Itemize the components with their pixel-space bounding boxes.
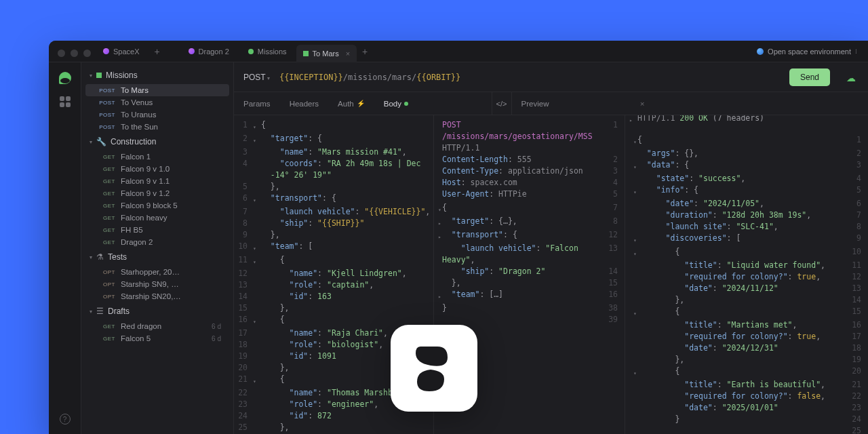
add-tab-button[interactable]: + — [357, 46, 373, 57]
fold-icon[interactable]: ▾ — [629, 306, 637, 319]
fold-icon[interactable]: ▾ — [629, 233, 637, 246]
fold-icon[interactable] — [629, 402, 637, 414]
fold-icon[interactable] — [629, 425, 637, 434]
tab-auth[interactable]: Auth⚡ — [328, 92, 374, 115]
sidebar-item[interactable]: OPTStarhopper, 20… — [85, 266, 229, 278]
fold-icon[interactable] — [253, 302, 261, 314]
fold-icon[interactable]: ▸ — [434, 229, 442, 243]
fold-icon[interactable] — [434, 142, 442, 154]
fold-icon[interactable] — [434, 314, 442, 326]
sidebar-item[interactable]: OPTStarship SN9, … — [85, 278, 229, 290]
fold-icon[interactable]: ▾ — [629, 246, 637, 260]
fold-icon[interactable] — [629, 354, 637, 366]
fold-icon[interactable] — [629, 342, 637, 354]
file-tab[interactable]: To Mars× — [296, 45, 357, 62]
fold-icon[interactable] — [253, 279, 261, 291]
fold-icon[interactable] — [629, 198, 637, 210]
environment-selector[interactable]: Open space environment ⁞ — [757, 47, 857, 56]
fold-icon[interactable] — [434, 131, 442, 142]
fold-icon[interactable] — [434, 165, 442, 177]
help-icon[interactable]: ? — [60, 414, 71, 425]
fold-icon[interactable] — [629, 283, 637, 294]
fold-icon[interactable] — [253, 387, 261, 399]
project-tab[interactable]: SpaceX — [103, 41, 149, 62]
fold-icon[interactable]: ▸ — [629, 115, 637, 126]
close-icon[interactable]: × — [346, 50, 350, 58]
fold-icon[interactable]: ▾ — [253, 314, 261, 328]
fold-icon[interactable] — [253, 362, 261, 374]
fold-icon[interactable] — [253, 158, 261, 170]
fold-icon[interactable] — [434, 154, 442, 165]
fold-icon[interactable]: ▾ — [434, 202, 442, 216]
sidebar-group-header[interactable]: ▾🔧Construction — [81, 133, 233, 151]
sidebar-item[interactable]: GETFalcon 9 v 1.0 — [85, 163, 229, 175]
fold-icon[interactable] — [629, 260, 637, 271]
fold-icon[interactable] — [629, 271, 637, 283]
fold-icon[interactable]: ▾ — [253, 133, 261, 146]
tab-params[interactable]: Params — [234, 92, 280, 115]
fold-icon[interactable] — [253, 399, 261, 410]
url-input[interactable]: {{INCEPTION}}/missions/mars/{{ORBIT}} — [279, 73, 460, 82]
fold-icon[interactable]: ▸ — [434, 289, 442, 302]
fold-icon[interactable]: ▾ — [629, 366, 637, 379]
sidebar-item[interactable]: GETFalcon 1 — [85, 151, 229, 163]
sidebar-item[interactable]: POSTTo Uranus — [85, 108, 229, 121]
fold-icon[interactable]: ▾ — [253, 374, 261, 387]
sidebar-item[interactable]: POSTTo Venus — [85, 96, 229, 108]
sidebar-item[interactable]: GETFH B5 — [85, 224, 229, 236]
sidebar-item[interactable]: GETFalcon 9 v 1.2 — [85, 187, 229, 199]
fold-icon[interactable] — [629, 319, 637, 331]
fold-icon[interactable] — [253, 229, 261, 241]
file-tab[interactable]: Dragon 2 — [179, 41, 239, 62]
fold-icon[interactable] — [434, 254, 442, 266]
fold-icon[interactable] — [434, 277, 442, 289]
tab-body[interactable]: Body — [374, 92, 418, 115]
traffic-lights[interactable] — [58, 50, 91, 57]
sidebar-group-header[interactable]: ▾☰Drafts — [81, 302, 233, 320]
code-icon[interactable]: </> — [492, 92, 512, 115]
fold-icon[interactable] — [434, 243, 442, 254]
cloud-icon[interactable] — [846, 73, 859, 82]
sidebar-item[interactable]: GETFalcon 56 d — [85, 332, 229, 344]
fold-icon[interactable] — [253, 410, 261, 422]
fold-icon[interactable] — [629, 391, 637, 402]
add-project-button[interactable]: + — [149, 46, 165, 57]
fold-icon[interactable] — [629, 331, 637, 342]
fold-icon[interactable]: ▾ — [629, 134, 637, 148]
sidebar-item[interactable]: GETFalcon heavy — [85, 212, 229, 224]
fold-icon[interactable] — [253, 291, 261, 302]
fold-icon[interactable] — [253, 422, 261, 433]
sidebar-item[interactable]: OPTStarship SN20,… — [85, 290, 229, 302]
fold-icon[interactable] — [629, 414, 637, 425]
fold-icon[interactable] — [253, 339, 261, 351]
apps-grid-icon[interactable] — [60, 96, 71, 107]
fold-icon[interactable] — [434, 189, 442, 200]
fold-icon[interactable] — [253, 328, 261, 339]
sidebar-group-header[interactable]: ▾Missions — [81, 66, 233, 84]
method-selector[interactable]: POST — [243, 73, 270, 82]
fold-icon[interactable] — [253, 268, 261, 279]
close-preview-icon[interactable]: × — [632, 100, 652, 108]
sidebar-item[interactable]: GETFalcon 9 block 5 — [85, 199, 229, 212]
fold-icon[interactable] — [629, 379, 637, 391]
fold-icon[interactable]: ▸ — [434, 216, 442, 229]
fold-icon[interactable] — [629, 210, 637, 221]
fold-icon[interactable] — [253, 218, 261, 229]
fold-icon[interactable] — [434, 302, 442, 314]
sidebar-item[interactable]: GETFalcon 9 v 1.1 — [85, 175, 229, 187]
sidebar-item[interactable]: GETRed dragon6 d — [85, 320, 229, 332]
sidebar-item[interactable]: POSTTo Mars — [85, 84, 229, 96]
fold-icon[interactable] — [253, 170, 261, 181]
fold-icon[interactable] — [434, 177, 442, 189]
app-logo-icon[interactable] — [59, 72, 71, 84]
sidebar-item[interactable]: GETDragon 2 — [85, 236, 229, 248]
fold-icon[interactable]: ▾ — [253, 193, 261, 206]
send-button[interactable]: Send — [789, 68, 830, 86]
fold-icon[interactable]: ▾ — [253, 119, 261, 133]
fold-icon[interactable] — [434, 119, 442, 131]
fold-icon[interactable]: ▾ — [253, 254, 261, 268]
fold-icon[interactable] — [629, 294, 637, 306]
fold-icon[interactable]: ▾ — [629, 184, 637, 198]
tab-preview[interactable]: Preview — [512, 100, 559, 108]
fold-icon[interactable] — [629, 221, 637, 233]
